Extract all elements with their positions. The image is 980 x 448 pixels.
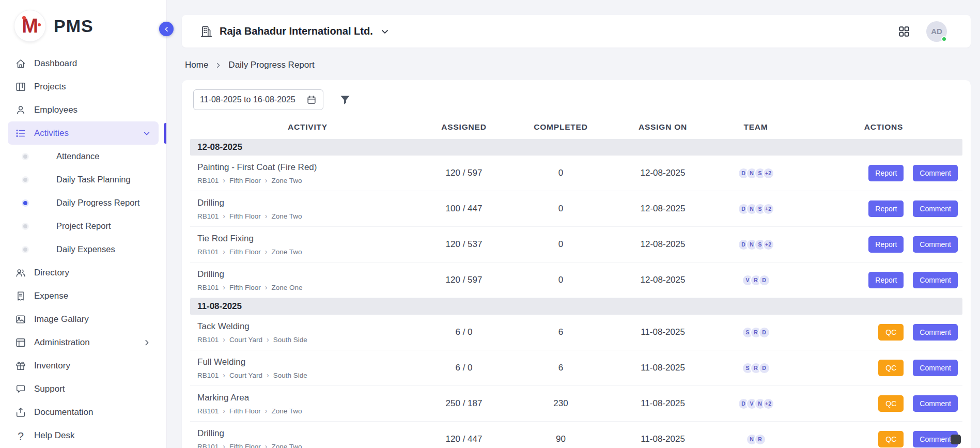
row-actions: QCComment xyxy=(805,360,962,376)
row-actions: QCComment xyxy=(805,431,962,447)
path-segment: South Side xyxy=(273,336,307,344)
path-segment: Fifth Floor xyxy=(229,212,261,220)
team-avatar[interactable]: D xyxy=(758,362,770,374)
breadcrumb: Home Daily Progress Report xyxy=(182,48,971,80)
comment-button[interactable]: Comment xyxy=(913,200,958,217)
sidebar-item-activities[interactable]: Activities xyxy=(8,121,159,145)
path-segment: Zone Two xyxy=(271,212,302,220)
sidebar-item-label: Help Desk xyxy=(34,430,74,441)
scrollbar-thumb[interactable] xyxy=(951,435,961,444)
sidebar-item-directory[interactable]: Directory xyxy=(8,261,159,284)
report-button[interactable]: Report xyxy=(868,236,904,253)
bullet-icon xyxy=(23,155,27,159)
user-avatar[interactable]: AD xyxy=(926,21,947,42)
activity-path: RB101›Fifth Floor›Zone Two xyxy=(197,248,425,256)
completed-value: 90 xyxy=(503,434,619,444)
team-avatars: DNS+2 xyxy=(707,167,805,179)
qc-button[interactable]: QC xyxy=(878,324,904,341)
bullet-icon xyxy=(23,224,27,228)
team-avatar[interactable]: +2 xyxy=(763,398,774,410)
column-header-assigned: ASSIGNED xyxy=(425,122,503,132)
completed-value: 0 xyxy=(503,168,619,178)
sidebar-subitem-attendance[interactable]: Attendance xyxy=(8,145,159,168)
sidebar-subitem-daily-expenses[interactable]: Daily Expenses xyxy=(8,238,159,261)
chevron-right-icon: › xyxy=(223,248,225,255)
activity-row: Full Welding RB101›Court Yard›South Side… xyxy=(190,350,962,386)
chevron-right-icon: › xyxy=(267,336,269,343)
report-button[interactable]: Report xyxy=(868,165,904,181)
report-button[interactable]: Report xyxy=(868,272,904,288)
sidebar-item-help-desk[interactable]: ? Help Desk xyxy=(8,424,159,447)
filter-icon[interactable] xyxy=(339,94,351,106)
activity-cell: Marking Area RB101›Fifth Floor›Zone Two xyxy=(190,393,425,415)
logo-row: M PMS xyxy=(0,0,166,52)
sidebar-collapse-button[interactable] xyxy=(159,22,174,36)
team-avatar[interactable]: D xyxy=(758,327,770,338)
activities-icon xyxy=(15,128,26,139)
team-avatar[interactable]: +2 xyxy=(763,167,774,179)
path-segment: RB101 xyxy=(197,212,219,220)
team-avatar[interactable]: +2 xyxy=(763,239,774,251)
sidebar-subitem-daily-task-planning[interactable]: Daily Task Planning xyxy=(8,168,159,191)
app-root: M PMS Dashboard Projects xyxy=(0,0,980,448)
path-segment: Zone Two xyxy=(271,407,302,415)
sidebar-subitem-label: Project Report xyxy=(56,221,111,231)
sidebar-subitem-daily-progress-report[interactable]: Daily Progress Report xyxy=(8,191,159,214)
table-header: ACTIVITY ASSIGNED COMPLETED ASSIGN ON TE… xyxy=(190,110,962,139)
qc-button[interactable]: QC xyxy=(878,360,904,376)
comment-button[interactable]: Comment xyxy=(913,236,958,253)
assign-on-value: 11-08-2025 xyxy=(619,398,707,409)
team-avatars: SRD xyxy=(707,362,805,374)
assigned-value: 100 / 447 xyxy=(425,204,503,214)
sidebar-item-support[interactable]: Support xyxy=(8,377,159,400)
column-header-team: TEAM xyxy=(707,122,805,132)
path-segment: RB101 xyxy=(197,284,219,291)
chevron-right-icon: › xyxy=(265,212,268,220)
comment-button[interactable]: Comment xyxy=(913,324,958,341)
comment-button[interactable]: Comment xyxy=(913,165,958,181)
sidebar-item-label: Projects xyxy=(34,82,66,92)
activity-title: Tie Rod Fixing xyxy=(197,234,425,244)
breadcrumb-home[interactable]: Home xyxy=(185,60,208,70)
qc-button[interactable]: QC xyxy=(878,431,904,447)
apps-grid-button[interactable] xyxy=(897,25,911,38)
bullet-icon xyxy=(23,248,27,252)
sidebar-item-projects[interactable]: Projects xyxy=(8,75,159,98)
activity-title: Drilling xyxy=(197,198,425,208)
path-segment: RB101 xyxy=(197,177,219,184)
company-selector[interactable]: Raja Bahadur International Ltd. xyxy=(199,25,390,38)
activity-path: RB101›Fifth Floor›Zone One xyxy=(197,284,425,291)
support-icon xyxy=(15,383,26,395)
sidebar-item-documentation[interactable]: Documentation xyxy=(8,400,159,424)
activity-cell: Drilling RB101›Fifth Floor›Zone Two xyxy=(190,198,425,220)
comment-button[interactable]: Comment xyxy=(913,272,958,288)
sidebar-subitem-label: Daily Expenses xyxy=(56,244,115,254)
sidebar-item-inventory[interactable]: Inventory xyxy=(8,354,159,377)
comment-button[interactable]: Comment xyxy=(913,395,958,412)
team-avatar[interactable]: R xyxy=(754,434,766,445)
assigned-value: 250 / 187 xyxy=(425,398,503,409)
path-segment: Zone Two xyxy=(271,443,302,448)
sidebar-item-image-gallery[interactable]: Image Gallary xyxy=(8,307,159,331)
comment-button[interactable]: Comment xyxy=(913,360,958,376)
date-range-input[interactable]: 11-08-2025 to 16-08-2025 xyxy=(193,89,323,110)
team-avatar[interactable]: +2 xyxy=(763,203,774,215)
sidebar-item-employees[interactable]: Employees xyxy=(8,98,159,121)
team-avatar[interactable]: D xyxy=(758,274,770,286)
sidebar-item-administration[interactable]: Administration xyxy=(8,331,159,354)
active-item-indicator xyxy=(164,123,166,144)
activity-path: RB101›Court Yard›South Side xyxy=(197,372,425,379)
filters-bar: 11-08-2025 to 16-08-2025 xyxy=(190,88,962,110)
sidebar-item-expense[interactable]: Expense xyxy=(8,284,159,307)
chevron-right-icon: › xyxy=(265,443,268,448)
qc-button[interactable]: QC xyxy=(878,395,904,412)
report-button[interactable]: Report xyxy=(868,200,904,217)
sidebar-subitem-project-report[interactable]: Project Report xyxy=(8,214,159,238)
projects-icon xyxy=(15,81,26,92)
sidebar-item-dashboard[interactable]: Dashboard xyxy=(8,52,159,75)
path-segment: Fifth Floor xyxy=(229,443,261,448)
activity-title: Painting - First Coat (Fire Red) xyxy=(197,162,425,173)
activity-path: RB101›Court Yard›South Side xyxy=(197,336,425,344)
topbar: Raja Bahadur International Ltd. AD xyxy=(182,15,971,48)
assign-on-value: 11-08-2025 xyxy=(619,327,707,337)
